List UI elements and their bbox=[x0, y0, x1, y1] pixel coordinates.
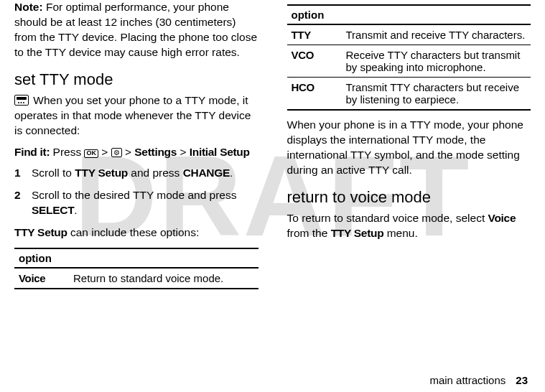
gt1: > bbox=[98, 146, 111, 158]
step-2-number: 2 bbox=[14, 188, 32, 218]
ok-key-icon: OK bbox=[84, 149, 98, 158]
tty-intro-paragraph: When you set your phone to a TTY mode, i… bbox=[14, 93, 258, 139]
option-desc-hco: Transmit TTY characters but receive by l… bbox=[342, 78, 531, 111]
table-row: HCO Transmit TTY characters but receive … bbox=[287, 78, 531, 111]
step1-a: Scroll to bbox=[32, 167, 75, 179]
right-column: option TTY Transmit and receive TTY char… bbox=[287, 0, 531, 297]
note-paragraph: Note: For optimal performance, your phon… bbox=[14, 0, 258, 60]
tty-mode-display-paragraph: When your phone is in a TTY mode, your p… bbox=[287, 118, 531, 178]
heading-return-voice: return to voice mode bbox=[287, 188, 531, 207]
return-tty-setup-bold: TTY Setup bbox=[331, 227, 384, 239]
gt3: > bbox=[177, 146, 190, 158]
step1-e: . bbox=[230, 167, 233, 179]
return-a: To return to standard voice mode, select bbox=[287, 212, 488, 224]
table-header-cell: option bbox=[287, 5, 531, 24]
return-c: from the bbox=[287, 227, 331, 239]
table-header-row: option bbox=[287, 5, 531, 24]
step-1-number: 1 bbox=[14, 166, 32, 181]
note-body: For optimal performance, your phone shou… bbox=[14, 1, 257, 58]
options-intro-rest: can include these options: bbox=[67, 226, 200, 238]
find-it-press: Press bbox=[50, 146, 84, 158]
step1-c: and press bbox=[128, 167, 183, 179]
table-header-row: option bbox=[14, 248, 258, 268]
table-header-cell: option bbox=[14, 248, 258, 268]
option-code-tty: TTY bbox=[287, 24, 342, 45]
step-2: 2 Scroll to the desired TTY mode and pre… bbox=[14, 188, 258, 218]
heading-set-tty-mode: set TTY mode bbox=[14, 70, 258, 89]
findit-initial-setup: Initial Setup bbox=[190, 146, 250, 158]
table-row: TTY Transmit and receive TTY characters. bbox=[287, 24, 531, 45]
find-it-label: Find it: bbox=[14, 146, 50, 158]
return-voice-bold: Voice bbox=[488, 212, 516, 224]
option-desc-voice: Return to standard voice mode. bbox=[69, 268, 258, 289]
steps-list: 1 Scroll to TTY Setup and press CHANGE. … bbox=[14, 166, 258, 218]
option-code-hco: HCO bbox=[287, 78, 342, 111]
footer-section: main attractions bbox=[429, 374, 506, 386]
page-content: Note: For optimal performance, your phon… bbox=[0, 0, 545, 297]
options-table-left: option Voice Return to standard voice mo… bbox=[14, 248, 258, 289]
step2-c: . bbox=[74, 204, 77, 216]
step1-change: CHANGE bbox=[183, 167, 230, 179]
option-code-vco: VCO bbox=[287, 45, 342, 78]
table-row: VCO Receive TTY characters but transmit … bbox=[287, 45, 531, 78]
findit-settings: Settings bbox=[134, 146, 177, 158]
return-e: menu. bbox=[383, 227, 417, 239]
tty-intro-text: When you set your phone to a TTY mode, i… bbox=[14, 94, 251, 136]
options-intro-tty-setup: TTY Setup bbox=[14, 226, 67, 238]
gt2: > bbox=[122, 146, 135, 158]
return-voice-paragraph: To return to standard voice mode, select… bbox=[287, 211, 531, 241]
settings-key-icon: ⚙ bbox=[111, 148, 122, 157]
options-table-right: option TTY Transmit and receive TTY char… bbox=[287, 4, 531, 111]
step2-a: Scroll to the desired TTY mode and press bbox=[32, 189, 236, 201]
table-row: Voice Return to standard voice mode. bbox=[14, 268, 258, 289]
option-desc-tty: Transmit and receive TTY characters. bbox=[342, 24, 531, 45]
options-intro: TTY Setup can include these options: bbox=[14, 225, 258, 241]
option-code-voice: Voice bbox=[14, 268, 69, 289]
footer-page-number: 23 bbox=[516, 374, 528, 386]
step-2-text: Scroll to the desired TTY mode and press… bbox=[32, 188, 258, 218]
step-1-text: Scroll to TTY Setup and press CHANGE. bbox=[32, 166, 233, 181]
find-it-line: Find it: Press OK > ⚙ > Settings > Initi… bbox=[14, 145, 258, 160]
page-footer: main attractions23 bbox=[429, 374, 528, 386]
tty-icon bbox=[14, 95, 29, 106]
option-desc-vco: Receive TTY characters but transmit by s… bbox=[342, 45, 531, 78]
left-column: Note: For optimal performance, your phon… bbox=[14, 0, 258, 297]
note-label: Note: bbox=[14, 1, 43, 13]
step2-select: SELECT bbox=[32, 204, 74, 216]
step-1: 1 Scroll to TTY Setup and press CHANGE. bbox=[14, 166, 258, 181]
step1-tty-setup: TTY Setup bbox=[75, 167, 128, 179]
